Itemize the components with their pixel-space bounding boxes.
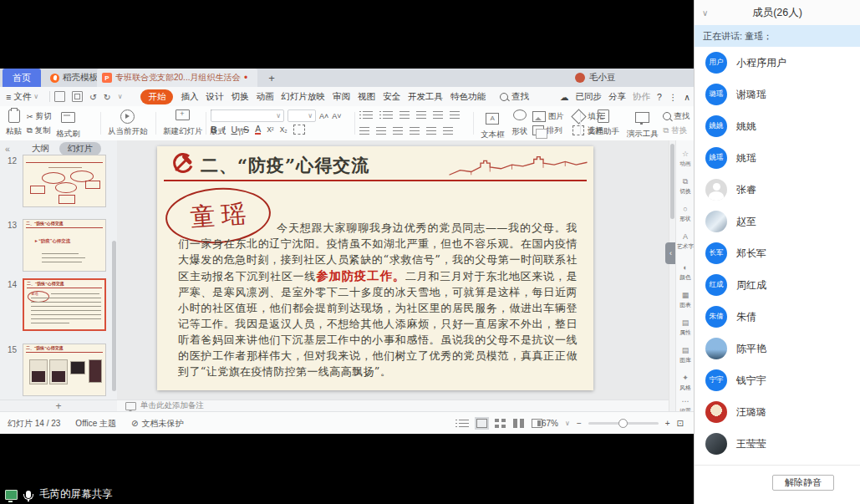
shapes-button[interactable]: 形状 xyxy=(509,109,530,138)
member-row[interactable]: 长军 郑长军 xyxy=(695,237,860,269)
font-color-button[interactable]: A xyxy=(255,125,261,135)
outline-tab[interactable]: 大纲 xyxy=(32,143,49,155)
member-row[interactable]: 汪璐璐 xyxy=(695,396,860,428)
slide-sorter-button[interactable] xyxy=(495,419,506,428)
tab-docer-templates[interactable]: 稻壳模板 xyxy=(43,69,104,87)
find-button[interactable]: 查找 xyxy=(663,110,690,122)
collapse-ribbon-icon[interactable]: ∧ xyxy=(684,92,690,102)
tab-transition[interactable]: 切换 xyxy=(231,91,248,103)
member-row[interactable]: 陈平艳 xyxy=(695,333,860,364)
canvas-scrollbar[interactable] xyxy=(669,140,675,411)
find-command[interactable]: 查找 xyxy=(500,91,529,103)
tab-review[interactable]: 审阅 xyxy=(333,91,350,103)
thumbnail-12[interactable]: 12 xyxy=(0,155,117,213)
thumbnail-15[interactable]: 15 二、“防疫”心得交流 xyxy=(0,344,117,402)
sidebar-colors[interactable]: ◐ 颜色 xyxy=(676,264,694,282)
tab-security[interactable]: 安全 xyxy=(383,91,400,103)
outdent-icon[interactable] xyxy=(399,111,410,119)
picture-button[interactable]: 图片 xyxy=(532,110,564,122)
distribute-icon[interactable] xyxy=(426,127,436,135)
tab-devtools[interactable]: 开发工具 xyxy=(408,91,443,103)
tab-home-ribbon[interactable]: 开始 xyxy=(140,89,173,104)
protection-status[interactable]: ⊘ 文档未保护 xyxy=(131,418,183,430)
tab-slideshow[interactable]: 幻灯片放映 xyxy=(281,91,325,103)
sidebar-properties[interactable]: ▤ 属性 xyxy=(676,319,694,337)
tab-design[interactable]: 设计 xyxy=(206,91,223,103)
account-chip[interactable]: 毛小豆 xyxy=(575,69,616,87)
slide-14[interactable]: 二、“防疫”心得交流 童瑶 今天想跟大家聊聊我身边优秀的党员同志——我的父母。我… xyxy=(157,146,593,390)
share-button[interactable]: 分享 xyxy=(608,91,626,103)
member-row[interactable]: 红成 周红成 xyxy=(695,269,860,301)
new-tab-button[interactable]: + xyxy=(264,70,279,85)
new-slide-button[interactable]: 新建幻灯片 xyxy=(160,109,206,138)
doc-assistant-button[interactable]: 文档助手 xyxy=(585,109,622,138)
print-icon[interactable] xyxy=(72,91,83,102)
thumbnail-scrollbar[interactable] xyxy=(112,241,116,391)
sidebar-gallery[interactable]: ▤ 图库 xyxy=(676,347,694,364)
sidebar-transition[interactable]: ⧉ 切换 xyxy=(676,178,694,196)
align-right-icon[interactable] xyxy=(393,127,403,135)
format-painter-button[interactable]: 格式刷 xyxy=(53,111,83,140)
slides-tab[interactable]: 幻灯片 xyxy=(59,142,101,155)
play-from-current-button[interactable]: 从当前开始 xyxy=(105,109,150,138)
zoom-dropdown-icon[interactable]: ∨ xyxy=(565,420,570,427)
tab-view[interactable]: 视图 xyxy=(358,91,375,103)
zoom-slider-knob[interactable] xyxy=(618,419,628,428)
member-row[interactable]: 璐瑶 谢璐瑶 xyxy=(695,79,860,110)
tab-animation[interactable]: 动画 xyxy=(256,91,273,103)
undo-icon[interactable]: ↺ xyxy=(89,92,97,102)
tab-document[interactable]: P 专班联合党支部20...月组织生活会(2) • xyxy=(97,69,257,87)
save-icon[interactable] xyxy=(54,91,65,102)
cut-button[interactable]: ✂ 剪切 xyxy=(27,110,52,122)
replace-button[interactable]: ⧉ 替换 xyxy=(663,125,690,136)
sidebar-style[interactable]: ✦ 风格 xyxy=(676,374,694,392)
paste-button[interactable]: 粘贴 xyxy=(3,109,24,138)
clear-format-icon[interactable] xyxy=(293,125,305,135)
fit-slide-button[interactable]: ⊡ xyxy=(677,419,684,428)
italic-button[interactable]: I xyxy=(223,125,226,135)
bold-button[interactable]: B xyxy=(211,125,217,135)
member-row[interactable]: 朱倩 朱倩 xyxy=(695,301,860,333)
justify-icon[interactable] xyxy=(410,127,420,135)
member-row[interactable]: 宁宇 钱宁宇 xyxy=(695,364,860,396)
theme-name[interactable]: Office 主题 xyxy=(75,418,116,430)
thumbnail-13[interactable]: 13 二、“防疫”心得交流 ▸ “防疫”心得交流 xyxy=(0,219,117,277)
member-row[interactable]: 用户 小程序用户 xyxy=(695,47,860,79)
member-row[interactable]: 张睿 xyxy=(695,174,860,206)
tab-features[interactable]: 特色功能 xyxy=(450,91,486,103)
strikethrough-button[interactable]: S xyxy=(243,125,249,135)
present-tools-button[interactable]: 演示工具 xyxy=(624,111,661,140)
file-menu[interactable]: ≡ 文件 ∨ xyxy=(0,91,45,103)
redo-icon[interactable]: ↻ xyxy=(104,92,111,102)
more-vert-icon[interactable]: ⋮ xyxy=(669,92,678,102)
sidebar-animation[interactable]: ☆ 动画 xyxy=(676,150,694,168)
align-left-icon[interactable] xyxy=(359,127,369,135)
thumbnail-14-current[interactable]: 14 二、“防疫”心得交流 童瑶 xyxy=(0,278,117,339)
member-row[interactable]: 姚瑶 姚瑶 xyxy=(695,142,860,174)
align-center-icon[interactable] xyxy=(376,127,386,135)
member-row[interactable]: 姚姚 姚姚 xyxy=(695,110,860,142)
underline-button[interactable]: U xyxy=(232,125,238,135)
unmute-button[interactable]: 解除静音 xyxy=(772,475,834,491)
collapse-panel-icon[interactable]: « xyxy=(5,144,10,154)
member-row[interactable]: 王莹莹 xyxy=(695,428,860,460)
sidebar-shapes[interactable]: ○ 形状 xyxy=(676,206,694,223)
zoom-in-button[interactable]: + xyxy=(665,419,670,428)
collab-button[interactable]: 协作 xyxy=(633,91,650,103)
help-icon[interactable]: ? xyxy=(657,92,662,102)
reading-view-button[interactable] xyxy=(513,419,524,428)
zoom-level[interactable]: 67% xyxy=(542,419,558,428)
synced-status[interactable]: 已同步 xyxy=(575,91,602,103)
text-direction-icon[interactable] xyxy=(450,111,460,119)
increase-font-icon[interactable]: A˄ xyxy=(319,112,328,120)
columns-icon[interactable] xyxy=(443,127,453,135)
arrange-button[interactable]: 排列 xyxy=(532,125,564,136)
slide-title[interactable]: 二、“防疫”心得交流 xyxy=(201,154,369,177)
sidebar-chart[interactable]: ▦ 图表 xyxy=(676,292,694,309)
line-spacing-icon[interactable] xyxy=(433,111,443,119)
font-name-combo[interactable]: ∨ xyxy=(211,109,284,122)
member-row[interactable]: 赵至 xyxy=(695,206,860,237)
zoom-out-button[interactable]: − xyxy=(577,419,582,428)
font-size-combo[interactable]: ∨ xyxy=(288,109,316,122)
slide-body-text[interactable]: 今天想跟大家聊聊我身边优秀的党员同志——我的父母。我们一家身在东北的辽宁沈阳。疫… xyxy=(178,220,578,379)
